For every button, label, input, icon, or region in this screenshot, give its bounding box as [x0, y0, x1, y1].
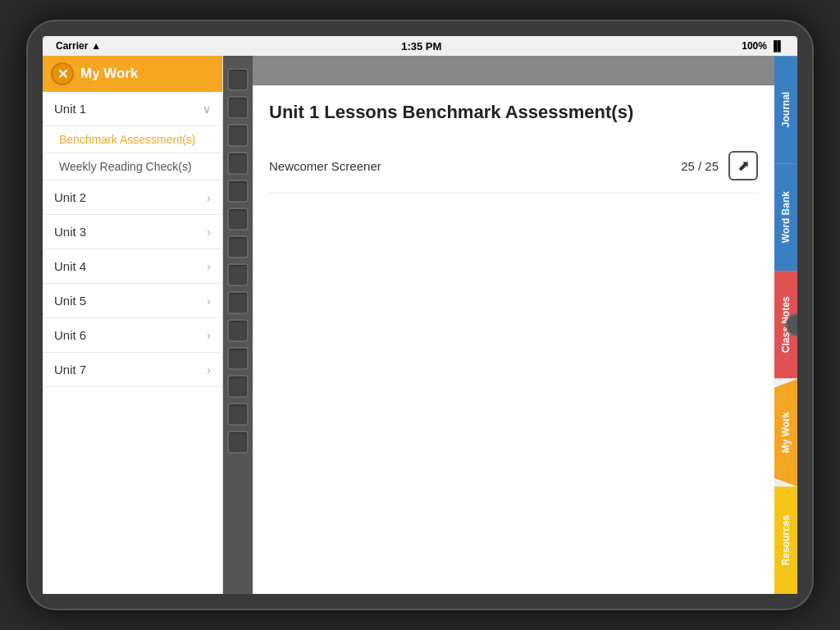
- assessment-row-right: 25 / 25 ⬈: [681, 151, 758, 180]
- tab-wordbank-label: Word Bank: [780, 191, 792, 243]
- wifi-icon: ▲: [91, 40, 101, 52]
- close-button[interactable]: ✕: [51, 62, 74, 85]
- chevron-right-icon: ›: [207, 260, 211, 273]
- tab-resources-label: Resources: [780, 515, 792, 565]
- carrier-label: Carrier: [56, 40, 88, 52]
- sidebar-item-unit2[interactable]: Unit 2 ›: [43, 180, 222, 215]
- weekly-label: Weekly Reading Check(s): [59, 160, 192, 173]
- ring-14: [227, 431, 249, 454]
- sidebar-subitem-benchmark[interactable]: Benchmark Assessment(s): [43, 126, 222, 153]
- chevron-right-icon: ›: [207, 329, 211, 342]
- sidebar-item-unit7[interactable]: Unit 7 ›: [43, 353, 222, 387]
- ring-6: [227, 208, 249, 231]
- chevron-right-icon: ›: [207, 226, 211, 239]
- ipad-screen: ✕ My Work Unit 1 ∨ Benchmark Assessment(…: [43, 56, 797, 594]
- assessment-name: Newcomer Screener: [269, 159, 381, 173]
- unit5-label: Unit 5: [54, 294, 86, 308]
- ring-10: [227, 319, 249, 342]
- sidebar-list: Unit 1 ∨ Benchmark Assessment(s) Weekly …: [43, 92, 222, 594]
- unit6-label: Unit 6: [54, 328, 86, 342]
- ring-4: [227, 152, 249, 175]
- ring-13: [227, 403, 249, 426]
- content-body: Unit 1 Lessons Benchmark Assessment(s) N…: [253, 85, 774, 594]
- content-title: Unit 1 Lessons Benchmark Assessment(s): [269, 102, 758, 123]
- assessment-row: Newcomer Screener 25 / 25 ⬈: [269, 139, 758, 193]
- ring-11: [227, 347, 249, 370]
- ipad-device: Carrier ▲ 1:35 PM 100% ▐▌ ✕ My Work Unit…: [26, 20, 814, 610]
- main-content: Unit 1 Lessons Benchmark Assessment(s) N…: [253, 56, 774, 594]
- ring-2: [227, 96, 249, 119]
- tab-journal-label: Journal: [780, 92, 792, 127]
- tab-resources[interactable]: Resources: [774, 486, 797, 594]
- benchmark-label: Benchmark Assessment(s): [59, 133, 196, 146]
- content-header: [253, 56, 774, 85]
- sidebar-header: ✕ My Work: [43, 56, 222, 92]
- sidebar-item-unit4[interactable]: Unit 4 ›: [43, 249, 222, 284]
- sidebar: ✕ My Work Unit 1 ∨ Benchmark Assessment(…: [43, 56, 223, 594]
- chevron-right-icon: ›: [207, 191, 211, 204]
- tab-journal[interactable]: Journal: [774, 56, 797, 163]
- status-time: 1:35 PM: [401, 40, 441, 52]
- status-right: 100% ▐▌: [742, 40, 784, 52]
- unit2-label: Unit 2: [54, 190, 86, 204]
- status-left: Carrier ▲: [56, 40, 101, 52]
- ring-9: [227, 291, 249, 314]
- chevron-right-icon: ›: [207, 363, 211, 377]
- tab-my-work[interactable]: My Work: [774, 379, 797, 486]
- spiral-binding: [223, 56, 253, 594]
- tab-word-bank[interactable]: Word Bank: [774, 163, 797, 271]
- ring-5: [227, 180, 249, 203]
- sidebar-item-unit1[interactable]: Unit 1 ∨: [43, 92, 222, 126]
- chevron-right-icon: ›: [207, 294, 211, 308]
- status-bar: Carrier ▲ 1:35 PM 100% ▐▌: [43, 36, 797, 56]
- unit1-label: Unit 1: [54, 102, 86, 116]
- ring-1: [227, 68, 249, 91]
- sidebar-item-unit3[interactable]: Unit 3 ›: [43, 215, 222, 249]
- launch-icon: ⬈: [737, 157, 750, 175]
- sidebar-title: My Work: [80, 66, 139, 82]
- chevron-down-icon: ∨: [203, 103, 211, 116]
- ring-8: [227, 263, 249, 286]
- assessment-score: 25 / 25: [681, 159, 719, 173]
- ring-7: [227, 235, 249, 258]
- sidebar-item-unit5[interactable]: Unit 5 ›: [43, 284, 222, 318]
- sidebar-item-unit6[interactable]: Unit 6 ›: [43, 318, 222, 353]
- unit4-label: Unit 4: [54, 259, 86, 273]
- ring-3: [227, 124, 249, 147]
- battery-label: 100%: [742, 40, 767, 52]
- sidebar-subitem-weekly[interactable]: Weekly Reading Check(s): [43, 153, 222, 180]
- unit3-label: Unit 3: [54, 225, 86, 239]
- launch-button[interactable]: ⬈: [728, 151, 758, 180]
- unit7-label: Unit 7: [54, 363, 86, 377]
- close-icon: ✕: [57, 66, 68, 82]
- ring-12: [227, 375, 249, 398]
- battery-icon: ▐▌: [770, 40, 784, 52]
- tab-mywork-label: My Work: [780, 412, 792, 453]
